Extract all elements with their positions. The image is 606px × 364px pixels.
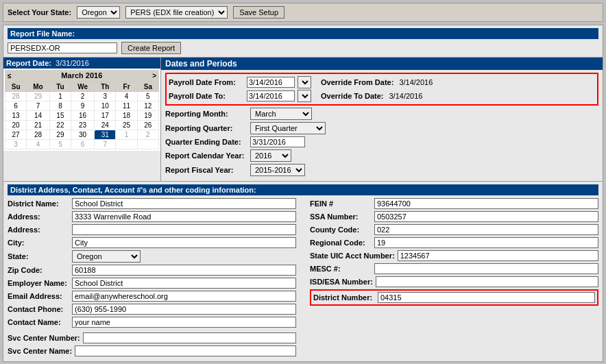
payroll-from-input[interactable] <box>247 77 295 88</box>
address2-input[interactable] <box>72 224 296 235</box>
calendar-day[interactable]: 26 <box>137 121 158 130</box>
cal-header-su: Su <box>5 82 27 92</box>
left-panel: Report Date: 3/31/2016 ≤ March 2016 > Su… <box>3 58 161 181</box>
calendar-day[interactable]: 30 <box>71 130 95 140</box>
report-type-select[interactable]: PERS (EDX file creation) <box>125 6 228 19</box>
employer-name-input[interactable] <box>72 278 296 289</box>
calendar-day[interactable]: 4 <box>27 140 50 149</box>
calendar-day[interactable]: 21 <box>27 121 50 130</box>
calendar-day[interactable] <box>116 140 137 149</box>
calendar-day[interactable]: 8 <box>49 101 71 111</box>
calendar-day[interactable] <box>137 140 158 149</box>
header-bar: Select Your State: Oregon PERS (EDX file… <box>3 3 603 22</box>
calendar-day[interactable]: 5 <box>49 140 71 149</box>
calendar-day[interactable]: 1 <box>116 130 137 140</box>
calendar-day[interactable]: 13 <box>5 111 27 121</box>
mesc-input[interactable] <box>374 263 598 274</box>
address1-input[interactable] <box>72 211 296 222</box>
create-report-button[interactable]: Create Report <box>121 42 181 54</box>
payroll-from-label: Payroll Date From: <box>169 78 244 86</box>
calendar-day[interactable]: 2 <box>137 130 158 140</box>
calendar-day[interactable]: 9 <box>71 101 95 111</box>
quarter-ending-input[interactable] <box>250 136 305 147</box>
calendar-day[interactable]: 18 <box>116 111 137 121</box>
calendar-day[interactable]: 3 <box>95 92 116 101</box>
dates-periods-content: Payroll Date From: ▼ Override From Date:… <box>161 70 603 181</box>
svc-center-name-input[interactable] <box>75 345 296 356</box>
calendar-day[interactable]: 27 <box>5 130 27 140</box>
calendar-day[interactable]: 28 <box>27 130 50 140</box>
calendar-day[interactable]: 14 <box>27 111 50 121</box>
ssa-label: SSA Number: <box>310 213 372 221</box>
report-fiscal-year-row: Report Fiscal Year: 2015-2016 <box>165 164 598 176</box>
report-fiscal-year-select[interactable]: 2015-2016 <box>250 164 305 176</box>
report-calendar-year-select[interactable]: 2016 <box>250 149 291 162</box>
svc-center-number-input[interactable] <box>83 332 296 343</box>
calendar-day[interactable]: 20 <box>5 121 27 130</box>
state-field-select[interactable]: Oregon <box>72 250 141 263</box>
report-calendar-year-row: Report Calendar Year: 2016 <box>165 149 598 162</box>
calendar-day[interactable]: 15 <box>49 111 71 121</box>
city-input[interactable] <box>72 237 296 248</box>
calendar-day[interactable]: 17 <box>95 111 116 121</box>
override-from-value: 3/14/2016 <box>399 78 433 86</box>
zip-input[interactable] <box>72 265 296 276</box>
reporting-quarter-select[interactable]: First Quarter <box>250 122 326 134</box>
contact-name-input[interactable] <box>72 317 296 328</box>
calendar-day[interactable]: 7 <box>95 140 116 149</box>
county-code-input[interactable] <box>374 224 598 235</box>
district-name-label: District Name: <box>8 199 69 208</box>
report-file-name-input[interactable] <box>8 43 117 53</box>
calendar-day[interactable]: 7 <box>27 101 50 111</box>
county-code-row: County Code: <box>310 224 598 235</box>
calendar-day[interactable]: 22 <box>49 121 71 130</box>
state-select[interactable]: Oregon <box>77 6 120 19</box>
calendar-day[interactable]: 6 <box>5 101 27 111</box>
email-input[interactable] <box>72 291 296 302</box>
district-name-input[interactable] <box>72 198 296 209</box>
report-date-header: Report Date: 3/31/2016 <box>3 58 160 69</box>
reporting-month-label: Reporting Month: <box>165 110 247 118</box>
calendar-day[interactable]: 11 <box>116 101 137 111</box>
reporting-month-row: Reporting Month: March <box>165 108 598 120</box>
calendar-day[interactable]: 1 <box>49 92 71 101</box>
calendar-day[interactable]: 5 <box>137 92 158 101</box>
payroll-from-select[interactable]: ▼ <box>298 76 311 88</box>
calendar-day[interactable]: 25 <box>116 121 137 130</box>
report-file-section: Report File Name: Create Report <box>3 25 603 58</box>
isd-esa-row: ISD/ESA Number: <box>310 276 598 287</box>
state-label-field: State: <box>8 252 69 260</box>
calendar-day[interactable]: 23 <box>71 121 95 130</box>
calendar-day[interactable]: 24 <box>95 121 116 130</box>
save-setup-button[interactable]: Save Setup <box>233 6 284 19</box>
ssa-input[interactable] <box>374 211 598 222</box>
calendar-day[interactable]: 12 <box>137 101 158 111</box>
contact-phone-input[interactable] <box>72 304 296 315</box>
fein-input[interactable] <box>374 198 598 209</box>
calendar-day[interactable]: 3 <box>5 140 27 149</box>
district-number-input[interactable] <box>378 292 595 303</box>
reporting-month-select[interactable]: March <box>250 108 312 120</box>
calendar-day[interactable]: 10 <box>95 101 116 111</box>
calendar-day[interactable]: 28 <box>5 92 27 101</box>
calendar-day[interactable]: 2 <box>71 92 95 101</box>
calendar-day[interactable]: 4 <box>116 92 137 101</box>
calendar-next-button[interactable]: > <box>152 72 156 80</box>
payroll-to-select[interactable]: ▼ <box>298 90 311 102</box>
state-uic-input[interactable] <box>398 250 598 261</box>
payroll-to-input[interactable] <box>247 90 295 101</box>
calendar-day[interactable]: 16 <box>71 111 95 121</box>
calendar-day[interactable]: 6 <box>71 140 95 149</box>
calendar-day[interactable]: 29 <box>49 130 71 140</box>
address1-row: Address: <box>8 211 296 222</box>
isd-esa-input[interactable] <box>376 276 598 287</box>
regional-code-input[interactable] <box>374 237 598 248</box>
address1-label: Address: <box>8 213 69 221</box>
district-section: District Address, Contact, Account #'s a… <box>3 182 603 361</box>
calendar-day[interactable]: 29 <box>27 92 50 101</box>
calendar-day[interactable]: 19 <box>137 111 158 121</box>
report-file-title: Report File Name: <box>8 28 598 39</box>
reporting-quarter-label: Reporting Quarter: <box>165 124 247 132</box>
calendar-day[interactable]: 31 <box>95 130 116 140</box>
calendar-prev-button[interactable]: ≤ <box>8 72 12 80</box>
